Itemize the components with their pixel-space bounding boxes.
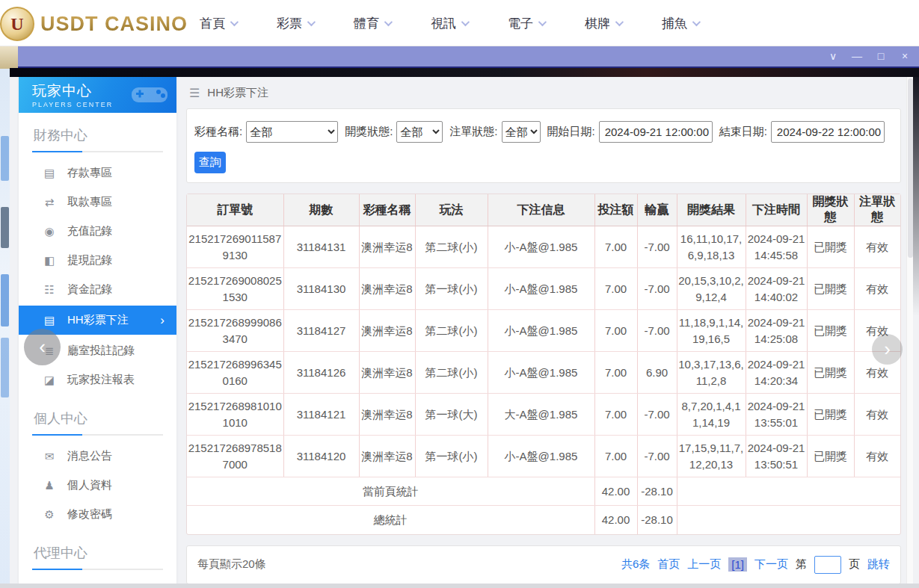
brand-name: USDT CASINO	[40, 13, 188, 36]
page-jump-input[interactable]	[814, 556, 841, 574]
sidebar-item-1-0[interactable]: ✉消息公告	[32, 442, 163, 471]
lottery-name-select[interactable]: 全部	[246, 121, 338, 143]
nav-item-label: 首頁	[200, 15, 225, 32]
casino-logo-icon: U	[0, 7, 34, 41]
chevron-down-icon	[692, 18, 701, 26]
sidebar-item-0-1[interactable]: ⇄取款專區	[32, 188, 163, 217]
player-report-icon: ◪	[43, 374, 56, 387]
table-cell: 已開獎	[807, 352, 854, 394]
sidebar-item-label: 資金記錄	[67, 282, 112, 297]
nav-item-6[interactable]: 捕魚	[642, 0, 719, 46]
nav-item-0[interactable]: 首頁	[179, 0, 256, 46]
table-cell: -7.00	[637, 436, 677, 477]
table-cell: 澳洲幸运8	[359, 268, 415, 310]
table-cell: 大-A盤@1.985	[488, 394, 594, 436]
table-cell: 2024-09-21 14:45:58	[746, 226, 807, 268]
chevron-down-icon[interactable]: ∨	[826, 46, 840, 66]
column-header: 下注時間	[746, 194, 807, 226]
table-cell: 已開獎	[807, 268, 854, 310]
table-cell: 有效	[854, 436, 900, 477]
collapse-left-arrow-icon[interactable]: ‹	[24, 329, 61, 365]
table-cell: 31184131	[283, 226, 359, 268]
start-date-input[interactable]	[599, 121, 713, 143]
minimize-icon[interactable]: —	[850, 46, 864, 66]
next-page-link[interactable]: 下一页	[754, 557, 788, 572]
table-cell: 小-A盤@1.985	[488, 352, 594, 394]
window-titlebar[interactable]: ∨ — □ ×	[18, 46, 919, 68]
sidebar-item-label: 廳室投註記錄	[67, 344, 135, 358]
table-cell: 8,7,20,1,4,11,14,19	[677, 394, 746, 436]
search-button[interactable]: 查詢	[194, 152, 226, 173]
table-cell: 有效	[854, 268, 900, 310]
table-cell: 2024-09-21 14:40:02	[746, 268, 807, 310]
jump-suffix-label: 页	[849, 557, 860, 572]
prev-page-link[interactable]: 上一页	[687, 557, 721, 572]
nav-item-4[interactable]: 電子	[488, 0, 565, 46]
section-divider	[32, 569, 163, 570]
table-cell: 已開獎	[807, 394, 854, 436]
sidebar-item-0-7[interactable]: ◪玩家投注報表	[32, 365, 163, 394]
filter-panel: 彩種名稱: 全部 開獎狀態: 全部 注單狀態: 全部 開始日期: 結束日期: 查…	[186, 108, 901, 183]
table-cell: 7.00	[594, 268, 637, 310]
pagination-bar: 每頁顯示20條 共6条 首页 上一页 [1] 下一页 第 页 跳转	[186, 545, 901, 584]
nav-item-1[interactable]: 彩票	[256, 0, 334, 46]
order-status-label: 注單狀態:	[449, 125, 497, 139]
recharge-record-icon: ◉	[43, 225, 56, 238]
sidebar-item-0-4[interactable]: ☷資金記錄	[32, 275, 163, 304]
nav-item-label: 捕魚	[662, 15, 687, 32]
summary-empty-cell	[677, 506, 900, 534]
table-header-row: 訂單號期數彩種名稱玩法下注信息投注額輸贏開獎結果下注時間開獎狀態注單狀態	[187, 194, 900, 226]
nav-item-label: 彩票	[277, 15, 302, 32]
maximize-icon[interactable]: □	[874, 46, 888, 66]
sidebar-item-label: 玩家投注報表	[67, 373, 135, 387]
nav-item-5[interactable]: 棋牌	[565, 0, 642, 46]
order-status-select[interactable]: 全部	[502, 121, 541, 143]
scrollbar-thumb[interactable]	[908, 78, 913, 258]
vertical-scrollbar[interactable]	[906, 77, 913, 588]
table-cell: 2152172689810101010	[187, 394, 283, 436]
nav-item-2[interactable]: 體育	[334, 0, 411, 46]
column-header: 玩法	[415, 194, 488, 226]
sidebar-item-0-0[interactable]: ▤存款專區	[32, 158, 163, 188]
table-cell: 2152172690115879130	[187, 226, 283, 268]
hamburger-menu-icon[interactable]: ☰	[189, 86, 200, 100]
jump-button[interactable]: 跳转	[867, 557, 890, 572]
table-cell: 2024-09-21 13:55:01	[746, 394, 807, 436]
sidebar-item-label: 修改密碼	[67, 507, 112, 522]
chevron-down-icon	[461, 18, 470, 26]
sidebar-section-header: 個人中心	[32, 406, 163, 434]
banner-art	[1, 207, 9, 248]
brand-logo[interactable]: U USDT CASINO	[0, 7, 188, 41]
sidebar-item-0-2[interactable]: ◉充值記錄	[32, 217, 163, 246]
bets-table: 訂單號期數彩種名稱玩法下注信息投注額輸贏開獎結果下注時間開獎狀態注單狀態 215…	[187, 194, 900, 534]
table-cell: 澳洲幸运8	[359, 310, 415, 352]
draw-status-select[interactable]: 全部	[396, 121, 443, 143]
sidebar-item-label: 取款專區	[67, 195, 112, 209]
table-cell: 2152172689785187000	[187, 436, 283, 477]
bets-table-card: 訂單號期數彩種名稱玩法下注信息投注額輸贏開獎結果下注時間開獎狀態注單狀態 215…	[186, 194, 901, 535]
sidebar-item-1-2[interactable]: ⚙修改密碼	[32, 500, 163, 529]
column-header: 期數	[283, 194, 359, 226]
table-cell: 澳洲幸运8	[359, 226, 415, 268]
banner-art	[1, 274, 9, 327]
sidebar-section-1: 個人中心✉消息公告♟個人資料⚙修改密碼	[19, 396, 176, 530]
sidebar-item-label: HH彩票下注	[67, 313, 129, 327]
expand-right-arrow-icon[interactable]: ›	[872, 334, 903, 365]
table-cell: 2024-09-21 13:50:51	[746, 436, 807, 477]
nav-item-3[interactable]: 視訊	[411, 0, 488, 46]
table-cell: 20,15,3,10,2,9,12,4	[677, 268, 746, 310]
sidebar-item-0-3[interactable]: ◧提現記錄	[32, 246, 163, 275]
summary-bet-total: 42.00	[594, 506, 637, 534]
table-cell: -7.00	[637, 268, 677, 310]
nav-item-label: 體育	[354, 15, 379, 32]
table-cell: 7.00	[594, 436, 637, 477]
sidebar-item-1-1[interactable]: ♟個人資料	[32, 471, 163, 500]
sidebar-item-label: 提現記錄	[67, 253, 112, 267]
summary-row: 總統計42.00-28.10	[187, 506, 900, 534]
sidebar-item-label: 存款專區	[67, 166, 112, 180]
table-cell: 7.00	[594, 352, 637, 394]
first-page-link[interactable]: 首页	[657, 557, 680, 572]
close-icon[interactable]: ×	[898, 46, 912, 66]
end-date-input[interactable]	[771, 121, 885, 143]
player-center-window: 玩家中心 PLAYERS CENTER 財務中心▤存款專區⇄取款專區◉充值記錄◧…	[10, 68, 919, 588]
